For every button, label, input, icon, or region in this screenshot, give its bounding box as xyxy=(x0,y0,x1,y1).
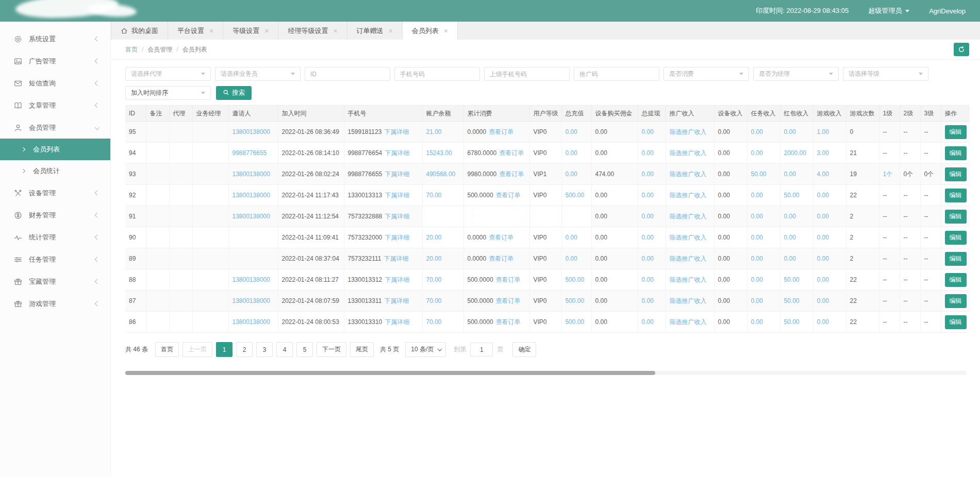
cell-text[interactable]: 0.00 xyxy=(566,171,577,178)
close-icon[interactable]: × xyxy=(264,27,269,35)
sidebar-item-财务管理[interactable]: 财务管理 xyxy=(0,204,110,226)
cell-text[interactable]: 500.00 xyxy=(566,276,585,283)
cell-text[interactable]: 0.00 xyxy=(817,213,829,220)
cell-link[interactable]: 下属详细 xyxy=(385,171,409,178)
cell-text[interactable]: 13800138000 xyxy=(232,192,270,199)
cell-text[interactable]: 2000.00 xyxy=(784,149,806,157)
cell-text[interactable]: 0.00 xyxy=(784,234,796,241)
sidebar-item-统计管理[interactable]: 统计管理 xyxy=(0,226,110,248)
cell-link[interactable]: 下属详细 xyxy=(385,213,409,220)
edit-button[interactable]: 编辑 xyxy=(945,252,967,266)
filter-select[interactable]: 是否为经理 xyxy=(753,67,839,81)
close-icon[interactable]: × xyxy=(389,27,393,35)
cell-text[interactable]: 50.00 xyxy=(784,276,800,283)
admin-menu[interactable]: 超级管理员 xyxy=(868,6,909,15)
promo-income-link[interactable]: 筛选推广收入 xyxy=(670,128,707,135)
cell-text[interactable]: 0.00 xyxy=(751,192,763,199)
cell-link[interactable]: 下属详细 xyxy=(385,276,409,283)
last-page-button[interactable]: 尾页 xyxy=(350,342,374,357)
cell-link[interactable]: 下属详细 xyxy=(385,234,409,241)
cell-text[interactable]: 500.00 xyxy=(566,192,585,199)
sidebar-item-宝藏管理[interactable]: 宝藏管理 xyxy=(0,270,110,293)
cell-text[interactable]: 0.00 xyxy=(784,213,796,220)
filter-select[interactable]: 是否消费 xyxy=(663,67,749,81)
edit-button[interactable]: 编辑 xyxy=(945,167,967,181)
cell-text[interactable]: 0.00 xyxy=(642,192,654,199)
edit-button[interactable]: 编辑 xyxy=(945,315,967,329)
sidebar-item-任务管理[interactable]: 任务管理 xyxy=(0,248,110,270)
scrollbar-thumb[interactable] xyxy=(125,371,655,375)
cell-text[interactable]: 13800138000 xyxy=(232,318,270,326)
cell-text[interactable]: 1个 xyxy=(883,171,893,178)
cell-text[interactable]: 490568.00 xyxy=(426,171,456,178)
sidebar-item-短信查询[interactable]: 短信查询 xyxy=(0,72,110,94)
filter-input[interactable] xyxy=(394,67,480,81)
cell-text[interactable]: 0.00 xyxy=(642,318,654,326)
confirm-button[interactable]: 确定 xyxy=(512,342,536,357)
cell-link[interactable]: 下属详细 xyxy=(385,149,409,157)
next-page-button[interactable]: 下一页 xyxy=(317,342,346,357)
cell-text[interactable]: 0.00 xyxy=(642,128,654,135)
cell-text[interactable]: 0.00 xyxy=(642,234,654,241)
cell-text[interactable]: 13800138000 xyxy=(232,171,270,178)
tab-经理等级设置[interactable]: 经理等级设置× xyxy=(278,22,347,40)
cell-text[interactable]: 0.00 xyxy=(784,128,796,135)
edit-button[interactable]: 编辑 xyxy=(945,125,967,139)
cell-link[interactable]: 下属详细 xyxy=(385,192,409,199)
cell-text[interactable]: 0.00 xyxy=(642,255,654,262)
edit-button[interactable]: 编辑 xyxy=(945,189,967,202)
goto-page-input[interactable] xyxy=(470,343,493,356)
promo-income-link[interactable]: 筛选推广收入 xyxy=(670,297,707,304)
horizontal-scrollbar[interactable] xyxy=(125,371,967,375)
cell-text[interactable]: 0.00 xyxy=(566,255,577,262)
cell-text[interactable]: 70.00 xyxy=(426,192,442,199)
refresh-button[interactable] xyxy=(954,43,969,56)
cell-text[interactable]: 0.00 xyxy=(642,276,654,283)
cell-text[interactable]: 500.00 xyxy=(566,318,585,326)
sidebar-item-系统设置[interactable]: 系统设置 xyxy=(0,28,110,50)
page-button-2[interactable]: 2 xyxy=(236,342,253,357)
cell-text[interactable]: 70.00 xyxy=(426,276,442,283)
tab-我的桌面[interactable]: 我的桌面 xyxy=(111,22,168,40)
cell-text[interactable]: 0.00 xyxy=(817,255,829,262)
cell-link[interactable]: 查看订单 xyxy=(496,192,521,199)
cell-text[interactable]: 0.00 xyxy=(566,234,577,241)
cell-text[interactable]: 50.00 xyxy=(751,171,767,178)
cell-link[interactable]: 查看订单 xyxy=(489,255,513,262)
close-icon[interactable]: × xyxy=(444,27,448,35)
cell-text[interactable]: 0.00 xyxy=(751,149,763,157)
cell-text[interactable]: 50.00 xyxy=(784,192,800,199)
sidebar-item-游戏管理[interactable]: 游戏管理 xyxy=(0,293,110,315)
tab-会员列表[interactable]: 会员列表× xyxy=(403,22,458,40)
sidebar-item-广告管理[interactable]: 广告管理 xyxy=(0,50,110,72)
cell-text[interactable]: 0.00 xyxy=(751,255,763,262)
filter-select[interactable]: 请选择等级 xyxy=(843,67,928,81)
cell-text[interactable]: 50.00 xyxy=(784,318,800,326)
promo-income-link[interactable]: 筛选推广收入 xyxy=(670,192,707,199)
sidebar-item-文章管理[interactable]: 文章管理 xyxy=(0,94,110,116)
cell-text[interactable]: 0.00 xyxy=(566,128,577,135)
sidebar-subitem-会员统计[interactable]: 会员统计 xyxy=(0,160,110,182)
cell-link[interactable]: 查看订单 xyxy=(470,213,495,220)
promo-income-link[interactable]: 筛选推广收入 xyxy=(670,255,707,262)
sort-select[interactable]: 加入时间排序 xyxy=(125,86,211,100)
breadcrumb-item[interactable]: 首页 xyxy=(125,45,138,54)
cell-text[interactable]: 70.00 xyxy=(426,318,442,326)
cell-text[interactable]: 0.00 xyxy=(751,297,763,304)
cell-text[interactable]: 0.00 xyxy=(751,276,763,283)
promo-income-link[interactable]: 筛选推广收入 xyxy=(670,276,707,283)
sidebar-item-设备管理[interactable]: 设备管理 xyxy=(0,182,110,204)
filter-input[interactable] xyxy=(574,67,659,81)
tab-平台设置[interactable]: 平台设置× xyxy=(168,22,223,40)
cell-link[interactable]: 查看订单 xyxy=(489,128,513,135)
close-icon[interactable]: × xyxy=(209,27,213,35)
cell-text[interactable]: 500.00 xyxy=(566,297,585,304)
cell-text[interactable]: 0.00 xyxy=(642,149,654,157)
cell-text[interactable]: 0.00 xyxy=(784,171,796,178)
promo-income-link[interactable]: 筛选推广收入 xyxy=(670,213,707,220)
promo-income-link[interactable]: 筛选推广收入 xyxy=(670,171,707,178)
cell-text[interactable]: 13800138000 xyxy=(232,128,270,135)
cell-text[interactable]: 0.00 xyxy=(751,213,763,220)
cell-text[interactable]: 0.00 xyxy=(817,192,829,199)
cell-text[interactable]: 20.00 xyxy=(426,234,442,241)
